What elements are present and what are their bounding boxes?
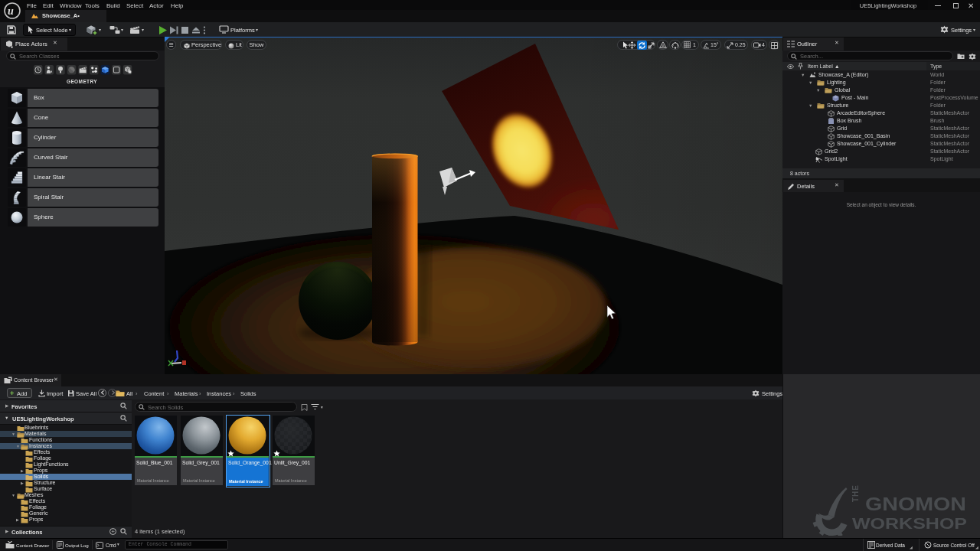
svg-text:A: A xyxy=(662,44,665,48)
svg-text:GNOMON: GNOMON xyxy=(865,494,966,514)
svg-text:THE: THE xyxy=(851,484,860,502)
svg-text:u: u xyxy=(8,5,14,17)
svg-text:WORKSHOP: WORKSHOP xyxy=(852,514,967,532)
